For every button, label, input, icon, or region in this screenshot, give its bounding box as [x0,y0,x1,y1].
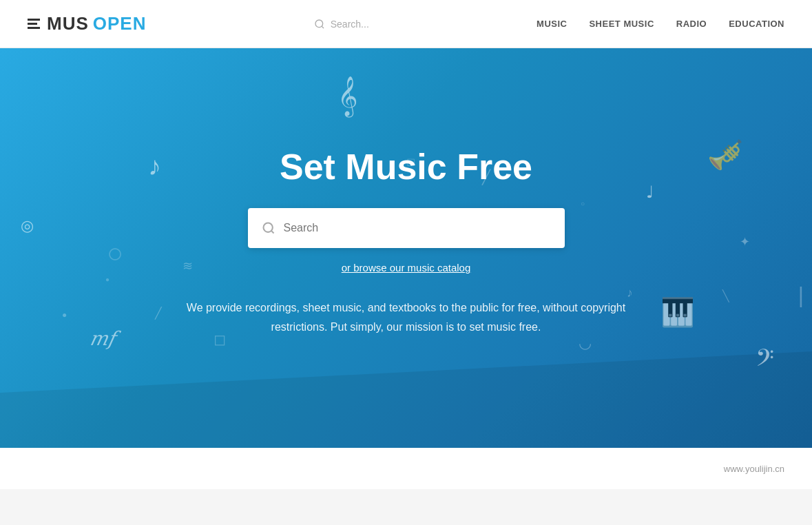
deco-wave: ≋ [183,258,193,274]
svg-point-2 [263,223,272,232]
nav-link-education[interactable]: EDUCATION [729,19,784,29]
footer-bar: www.youlijin.cn [0,448,812,489]
hero-description: We provide recordings, sheet music, and … [158,298,654,336]
deco-circle-2: ○ [107,238,123,269]
nav-links: MUSIC SHEET MUSIC RADIO EDUCATION [537,19,784,29]
eye-icon: ◎ [21,217,34,235]
deco-circle-1: ○ [581,200,585,207]
svg-line-3 [271,231,273,234]
hero-search-input[interactable] [284,222,551,234]
logo[interactable]: MUSOPEN [28,13,146,34]
deco-bar: | [798,282,804,308]
navbar: MUSOPEN Search... MUSIC SHEET MUSIC RADI… [0,0,812,48]
hero-section: 𝄞 ♪ 🎺 ◻ ╱ ○ ♩ ◎ ○ ≋ ✦ ● 𝑚𝑓 ◻ ╱ 🎹 ◡ 𝄢 ╲ ♪… [0,48,812,448]
deco-slash-2: ╲ [722,289,729,302]
svg-point-0 [315,20,323,28]
browse-catalog-link[interactable]: or browse our music catalog [342,262,471,274]
treble-clef-icon: 𝄞 [337,76,358,116]
logo-mus: MUS [47,13,89,34]
music-note-icon-2: ♩ [646,183,654,202]
bass-clef-icon: 𝄢 [756,344,774,378]
hero-search-icon [262,221,275,235]
svg-line-1 [322,26,324,28]
logo-open: OPEN [93,13,147,34]
music-note-icon-1: ♪ [148,152,161,181]
hero-search-box[interactable] [248,208,565,248]
deco-dot-2: ● [105,276,110,283]
trumpet-icon: 🎺 [707,138,743,172]
mf-dynamic-icon: 𝑚𝑓 [90,327,115,350]
nav-search-area[interactable]: Search... [314,19,369,30]
logo-bars-icon [28,19,40,29]
deco-star: ✦ [740,234,750,249]
search-icon [314,19,325,30]
deco-smiley: ◡ [579,334,592,352]
deco-dot: ● [62,310,67,320]
hero-title: Set Music Free [280,146,532,187]
piano-icon: 🎹 [660,296,695,329]
nav-link-music[interactable]: MUSIC [537,19,567,29]
nav-search-label: Search... [331,19,369,30]
nav-link-sheet-music[interactable]: SHEET MUSIC [589,19,654,29]
nav-link-radio[interactable]: RADIO [676,19,707,29]
footer-url: www.youlijin.cn [724,464,784,474]
